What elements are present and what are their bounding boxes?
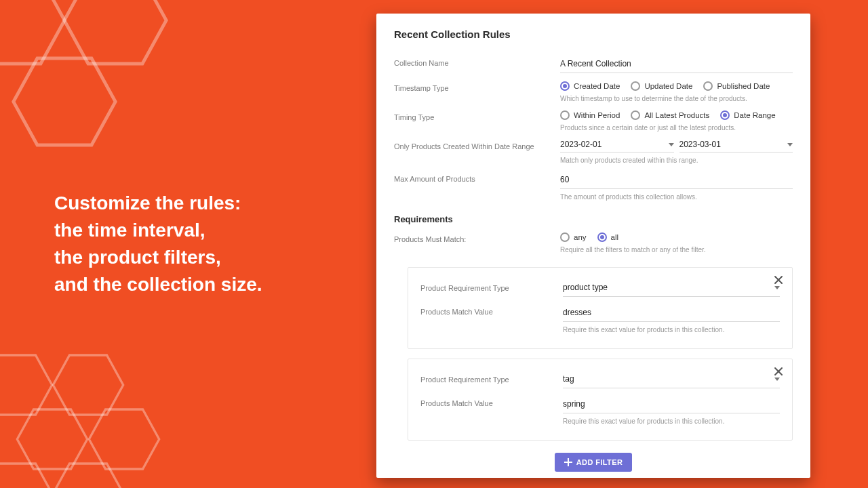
filter-card: Product Requirement Type product type Pr… [408, 267, 793, 349]
radio-match-any[interactable]: any [560, 232, 587, 242]
timing-type-help: Products since a certain date or just al… [560, 124, 793, 131]
date-range-help: Match only products created within this … [560, 157, 793, 164]
filter-value-input[interactable] [563, 396, 780, 413]
filter-type-select[interactable]: tag [563, 373, 780, 388]
add-filter-label: ADD FILTER [576, 458, 623, 466]
close-icon [773, 366, 784, 377]
match-radios: any all [560, 232, 793, 242]
timestamp-type-help: Which timestamp to use to determine the … [560, 95, 793, 102]
add-filter-button[interactable]: ADD FILTER [555, 453, 633, 472]
date-range-label: Only Products Created Within Date Range [394, 140, 560, 150]
radio-dot-icon [560, 232, 570, 242]
filter-value-label: Products Match Value [420, 305, 563, 316]
requirements-title: Requirements [394, 214, 793, 224]
chevron-down-icon [669, 143, 674, 146]
plus-icon [564, 458, 572, 466]
chevron-down-icon [774, 378, 780, 381]
remove-filter-button[interactable] [773, 366, 784, 377]
radio-match-all[interactable]: all [597, 232, 619, 242]
close-icon [773, 274, 784, 285]
radio-dot-icon [597, 232, 607, 242]
match-help: Require all the filters to match or any … [560, 246, 793, 253]
chevron-down-icon [774, 286, 780, 289]
filter-type-label: Product Requirement Type [420, 281, 563, 292]
radio-updated-date[interactable]: Updated Date [631, 81, 692, 91]
filter-type-value: product type [563, 283, 772, 292]
radio-date-range[interactable]: Date Range [720, 110, 775, 120]
max-products-input[interactable] [560, 172, 793, 189]
date-from-input[interactable] [560, 140, 666, 149]
filter-value-label: Products Match Value [420, 396, 563, 407]
promo-line: the time interval, [54, 217, 262, 244]
radio-created-date[interactable]: Created Date [560, 81, 620, 91]
promo-line: the product filters, [54, 244, 262, 271]
remove-filter-button[interactable] [773, 274, 784, 285]
timing-type-label: Timing Type [394, 110, 560, 121]
timestamp-type-radios: Created Date Updated Date Published Date [560, 81, 793, 91]
promo-line: Customize the rules: [54, 190, 262, 217]
date-from-field[interactable] [560, 140, 674, 152]
date-to-input[interactable] [679, 140, 785, 149]
panel-title: Recent Collection Rules [394, 28, 793, 40]
timing-type-radios: Within Period All Latest Products Date R… [560, 110, 793, 120]
filter-card: Product Requirement Type tag Products Ma… [408, 359, 793, 441]
radio-dot-icon [631, 81, 640, 91]
promo-text: Customize the rules: the time interval, … [54, 190, 262, 298]
collection-name-label: Collection Name [394, 56, 560, 67]
max-products-help: The amount of products this collection a… [560, 193, 793, 201]
products-must-match-label: Products Must Match: [394, 232, 560, 243]
radio-dot-icon [720, 110, 730, 120]
collection-name-input[interactable] [560, 56, 793, 73]
rules-panel: Recent Collection Rules Collection Name … [376, 14, 810, 478]
filter-value-input[interactable] [563, 305, 780, 322]
filter-value-help: Require this exact value for products in… [563, 326, 780, 333]
radio-dot-icon [560, 110, 570, 120]
radio-within-period[interactable]: Within Period [560, 110, 620, 120]
date-to-field[interactable] [679, 140, 793, 152]
filter-type-select[interactable]: product type [563, 281, 780, 297]
radio-dot-icon [703, 81, 713, 91]
radio-dot-icon [631, 110, 640, 120]
timestamp-type-label: Timestamp Type [394, 81, 560, 92]
filter-type-label: Product Requirement Type [420, 373, 563, 384]
filter-value-help: Require this exact value for products in… [563, 418, 780, 425]
radio-published-date[interactable]: Published Date [703, 81, 770, 91]
radio-dot-icon [560, 81, 570, 91]
chevron-down-icon [787, 143, 793, 146]
max-products-label: Max Amount of Products [394, 172, 560, 183]
radio-all-latest[interactable]: All Latest Products [631, 110, 709, 120]
filter-type-value: tag [563, 374, 772, 384]
promo-line: and the collection size. [54, 271, 262, 298]
